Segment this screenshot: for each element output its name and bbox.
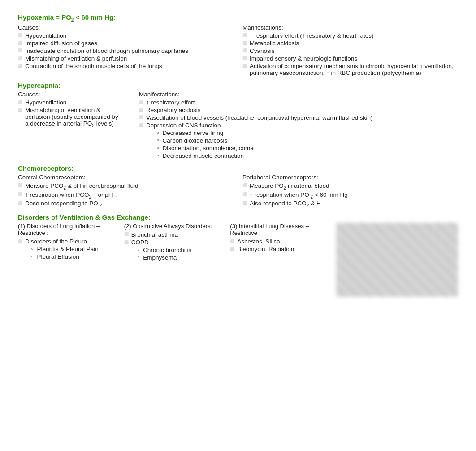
disorders-col1-heading: (1) Disorders of Lung Inflation – Restri… [18, 223, 120, 236]
list-item: Emphysema [138, 254, 226, 261]
hypoxemia-section: Hypoxemia = PO2 < 60 mm Hg: Causes: Hypo… [18, 13, 458, 77]
list-item: Impaired diffusion of gases [18, 40, 234, 47]
disorders-col2-heading: (2) Obstructive Airways Disorders: [124, 223, 226, 230]
disorders-col1: (1) Disorders of Lung Inflation – Restri… [18, 223, 120, 297]
blurred-diagram [336, 223, 458, 297]
hypercapnia-causes-list: Hypoventilation Mismatching of ventilati… [18, 99, 121, 128]
disorders-col3: (3) Interstitial Lung Diseases – Restric… [230, 223, 332, 297]
disorders-col3-heading: (3) Interstitial Lung Diseases – Restric… [230, 223, 332, 236]
list-item: Decreased muscle contraction [157, 152, 458, 159]
list-item: Hypoventilation [18, 99, 121, 106]
disorders-col2: (2) Obstructive Airways Disorders: Bronc… [124, 223, 226, 297]
list-item: COPD [124, 239, 226, 246]
list-item: Pleuritis & Pleural Pain [31, 246, 120, 252]
list-item: Contraction of the smooth muscle cells o… [18, 63, 234, 69]
list-item: Dose not responding to PO 2 [18, 200, 234, 208]
central-chemoreceptors-col: Central Chemoreceptors: Measure PCO2 & p… [18, 174, 234, 209]
list-item: Also respond to PCO2 & H [242, 200, 458, 208]
list-item: ↑ respiratory effort (↑ respiratory & he… [242, 32, 458, 39]
list-item: Metabolic acidosis [242, 40, 458, 47]
disorders-col2-list: Bronchial asthma COPD [124, 231, 226, 246]
list-item: Inadequate circulation of blood through … [18, 48, 234, 54]
list-item: ↑ respiration when PCO2 ↑ or pH ↓ [18, 191, 234, 199]
list-item: Mismatching of ventilation & perfusion [18, 55, 234, 62]
list-item: Measure PCO2 & pH in cerebrospinal fluid [18, 182, 234, 191]
hypercapnia-sub-manifestations-list: Decreased nerve firing Carbon dioxide na… [157, 130, 458, 159]
hypercapnia-causes-col: Causes: Hypoventilation Mismatching of v… [18, 91, 121, 160]
hypoxemia-title: Hypoxemia = PO2 < 60 mm Hg: [18, 13, 458, 22]
hypercapnia-causes-label: Causes: [18, 91, 121, 98]
list-item: Cyanosis [242, 48, 458, 54]
list-item: Mismatching of ventilation & perfusion (… [18, 107, 121, 128]
hypoxemia-causes-label: Causes: [18, 24, 234, 31]
hypoxemia-manifestations-list: ↑ respiratory effort (↑ respiratory & he… [242, 32, 458, 76]
disorders-col2-sub-list: Chronic bronchitis Emphysema [138, 247, 226, 261]
central-chemo-list: Measure PCO2 & pH in cerebrospinal fluid… [18, 182, 234, 208]
list-item: Activation of compensatory mechanisms in… [242, 63, 458, 76]
hypoxemia-causes-col: Causes: Hypoventilation Impaired diffusi… [18, 24, 234, 77]
chemoreceptors-section: Chemoreceptors: Central Chemoreceptors: … [18, 165, 458, 209]
list-item: Disorders of the Pleura [18, 238, 120, 245]
hypercapnia-section: Hypercapnia: Causes: Hypoventilation Mis… [18, 82, 458, 160]
peripheral-chemo-title: Peripheral Chemoreceptors: [242, 174, 458, 181]
hypercapnia-manifestations-list: ↑ respiratory effort Respiratory acidosi… [139, 99, 458, 129]
list-item: Pleural Effusion [31, 253, 120, 260]
chemoreceptors-title: Chemoreceptors: [18, 165, 458, 172]
disorders-content: (1) Disorders of Lung Inflation – Restri… [18, 223, 458, 297]
hypoxemia-manifestations-label: Manifestations: [242, 24, 458, 31]
hypercapnia-content: Causes: Hypoventilation Mismatching of v… [18, 91, 458, 160]
list-item: Vasodilation of blood vessels (headache,… [139, 114, 458, 121]
hypercapnia-title: Hypercapnia: [18, 82, 458, 89]
disorders-image-col [336, 223, 458, 297]
list-item: Measure PO2 in arterial blood [242, 182, 458, 191]
central-chemo-title: Central Chemoreceptors: [18, 174, 234, 181]
list-item: Impaired sensory & neurologic functions [242, 55, 458, 62]
hypoxemia-manifestations-col: Manifestations: ↑ respiratory effort (↑ … [242, 24, 458, 77]
peripheral-chemo-list: Measure PO2 in arterial blood ↑ respirat… [242, 182, 458, 208]
hypoxemia-content: Causes: Hypoventilation Impaired diffusi… [18, 24, 458, 77]
list-item: ↑ respiratory effort [139, 99, 458, 106]
list-item: Hypoventilation [18, 32, 234, 39]
list-item: Asbestos, Silica [230, 238, 332, 245]
hypoxemia-causes-list: Hypoventilation Impaired diffusion of ga… [18, 32, 234, 69]
hypercapnia-manifestations-col: Manifestations: ↑ respiratory effort Res… [139, 91, 458, 160]
list-item: Decreased nerve firing [157, 130, 458, 136]
list-item: Respiratory acidosis [139, 107, 458, 113]
disorders-col1-list: Disorders of the Pleura [18, 238, 120, 245]
list-item: ↑ respiration when PO 2 < 60 mm Hg [242, 191, 458, 199]
disorders-col1-sub-list: Pleuritis & Pleural Pain Pleural Effusio… [31, 246, 120, 260]
disorders-title: Disorders of Ventilation & Gas Exchange: [18, 213, 458, 221]
list-item: Chronic bronchitis [138, 247, 226, 253]
list-item: Disorientation, somnolence, coma [157, 145, 458, 152]
hypoxemia-title-text: Hypoxemia = PO [18, 13, 71, 21]
list-item: Bleomycin, Radiation [230, 246, 332, 252]
disorders-section: Disorders of Ventilation & Gas Exchange:… [18, 213, 458, 297]
disorders-col3-list: Asbestos, Silica Bleomycin, Radiation [230, 238, 332, 252]
hypercapnia-manifestations-label: Manifestations: [139, 91, 458, 98]
list-item: Bronchial asthma [124, 231, 226, 238]
list-item: Carbon dioxide narcosis [157, 137, 458, 144]
list-item: Depression of CNS function [139, 122, 458, 129]
peripheral-chemoreceptors-col: Peripheral Chemoreceptors: Measure PO2 i… [242, 174, 458, 209]
chemo-content: Central Chemoreceptors: Measure PCO2 & p… [18, 174, 458, 209]
hypoxemia-title-suffix: < 60 mm Hg: [74, 13, 116, 21]
